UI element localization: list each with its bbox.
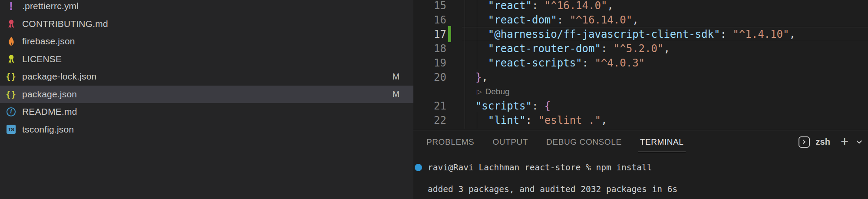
file-row[interactable]: firebase.json xyxy=(0,33,413,50)
code-line[interactable]: 16 "react-dom": "^16.14.0", xyxy=(413,13,868,27)
code-line[interactable]: 19 "react-scripts": "^4.0.3" xyxy=(413,56,868,70)
gutter-added-indicator xyxy=(446,27,463,41)
code-text: "react-scripts": "^4.0.3" xyxy=(463,57,645,69)
line-number: 18 xyxy=(413,43,446,55)
file-row[interactable]: !.prettierrc.yml xyxy=(0,0,413,15)
code-text: "lint": "eslint .", xyxy=(463,114,607,126)
code-text: "react": "^16.14.0", xyxy=(463,0,614,12)
code-lines: 15 "react": "^16.14.0",16 "react-dom": "… xyxy=(413,0,868,130)
terminal-line: ravi@Ravi Lachhman react-store % npm ins… xyxy=(428,162,868,173)
gutter xyxy=(446,127,463,130)
line-number: 15 xyxy=(413,0,446,12)
file-name: package.json xyxy=(22,89,77,100)
panel-tab-debug-console[interactable]: DEBUG CONSOLE xyxy=(545,130,623,153)
line-number: 20 xyxy=(413,71,446,83)
braces-icon: {} xyxy=(5,72,17,81)
code-text: "start": "react-scripts start", xyxy=(463,129,683,130)
code-text: }, xyxy=(463,71,488,83)
panel-tab-terminal[interactable]: TERMINAL xyxy=(639,130,685,153)
line-number: 17 xyxy=(413,28,446,40)
panel-header: PROBLEMSOUTPUTDEBUG CONSOLETERMINAL zsh … xyxy=(413,130,868,153)
file-row[interactable]: LICENSE xyxy=(0,50,413,68)
code-line[interactable]: 15 "react": "^16.14.0", xyxy=(413,0,868,13)
line-number: 19 xyxy=(413,57,446,69)
chevron-down-icon[interactable] xyxy=(856,138,862,144)
file-name: LICENSE xyxy=(22,54,62,64)
code-text: "react-dom": "^16.14.0", xyxy=(463,14,639,26)
ribbon-icon xyxy=(5,19,17,29)
command-decoration-dot[interactable] xyxy=(415,164,422,171)
code-text: "scripts": { xyxy=(463,100,551,112)
prettier-icon: ! xyxy=(5,0,17,12)
gutter xyxy=(446,70,463,84)
line-number: 23 xyxy=(413,129,446,130)
codelens-debug[interactable]: ▷Debug xyxy=(413,84,868,99)
code-line[interactable]: 23 "start": "react-scripts start", xyxy=(413,127,868,130)
panel-tab-output[interactable]: OUTPUT xyxy=(492,130,529,153)
line-number: 21 xyxy=(413,100,446,112)
gutter xyxy=(446,41,463,56)
file-name: package-lock.json xyxy=(22,71,97,82)
file-row[interactable]: {}package.jsonM xyxy=(0,86,413,103)
file-name: CONTRIBUTING.md xyxy=(22,19,108,29)
terminal-line: added 3 packages, and audited 2032 packa… xyxy=(428,184,868,195)
file-name: README.md xyxy=(22,106,77,117)
file-name: .prettierrc.yml xyxy=(22,1,79,11)
file-row[interactable]: TStsconfig.json xyxy=(0,121,413,139)
file-row[interactable]: {}package-lock.jsonM xyxy=(0,68,413,86)
terminal-output[interactable]: ravi@Ravi Lachhman react-store % npm ins… xyxy=(413,153,868,195)
panel-tab-problems[interactable]: PROBLEMS xyxy=(426,130,475,153)
vscode-window: !.prettierrc.ymlCONTRIBUTING.mdfirebase.… xyxy=(0,0,868,199)
flame-icon xyxy=(5,36,17,46)
git-modified-badge: M xyxy=(393,72,399,82)
code-line[interactable]: 20 }, xyxy=(413,70,868,84)
panel-controls: zsh + xyxy=(799,136,860,148)
ribbon-icon xyxy=(5,54,17,64)
terminal-panel: PROBLEMSOUTPUTDEBUG CONSOLETERMINAL zsh … xyxy=(413,130,868,199)
gutter xyxy=(446,99,463,113)
code-line[interactable]: 22 "lint": "eslint .", xyxy=(413,113,868,127)
code-line[interactable]: 18 "react-router-dom": "^5.2.0", xyxy=(413,41,868,56)
gutter xyxy=(446,113,463,127)
gutter xyxy=(446,0,463,13)
panel-tabs: PROBLEMSOUTPUTDEBUG CONSOLETERMINAL xyxy=(426,130,685,153)
gutter xyxy=(446,13,463,27)
file-list: !.prettierrc.ymlCONTRIBUTING.mdfirebase.… xyxy=(0,0,413,138)
code-text: "react-router-dom": "^5.2.0", xyxy=(463,43,670,55)
editor[interactable]: 15 "react": "^16.14.0",16 "react-dom": "… xyxy=(413,0,868,130)
git-modified-badge: M xyxy=(393,89,399,99)
line-number: 16 xyxy=(413,14,446,26)
terminal-icon[interactable] xyxy=(799,136,810,148)
braces-icon: {} xyxy=(5,90,17,99)
new-terminal-button[interactable]: + xyxy=(841,135,848,148)
file-row[interactable]: iREADME.md xyxy=(0,103,413,121)
play-triangle-icon: ▷ xyxy=(477,88,482,96)
gutter xyxy=(446,56,463,70)
file-row[interactable]: CONTRIBUTING.md xyxy=(0,15,413,33)
code-line[interactable]: 17 "@harnessio/ff-javascript-client-sdk"… xyxy=(413,27,868,41)
code-line[interactable]: 21 "scripts": { xyxy=(413,99,868,113)
info-icon: i xyxy=(5,107,17,116)
codelens-label: Debug xyxy=(485,87,510,96)
line-number: 22 xyxy=(413,114,446,126)
code-text: "@harnessio/ff-javascript-client-sdk": "… xyxy=(463,28,795,40)
shell-label: zsh xyxy=(816,137,830,147)
explorer-sidebar: !.prettierrc.ymlCONTRIBUTING.mdfirebase.… xyxy=(0,0,413,199)
file-name: tsconfig.json xyxy=(22,124,74,135)
ts-icon: TS xyxy=(5,125,17,134)
file-name: firebase.json xyxy=(22,36,75,46)
